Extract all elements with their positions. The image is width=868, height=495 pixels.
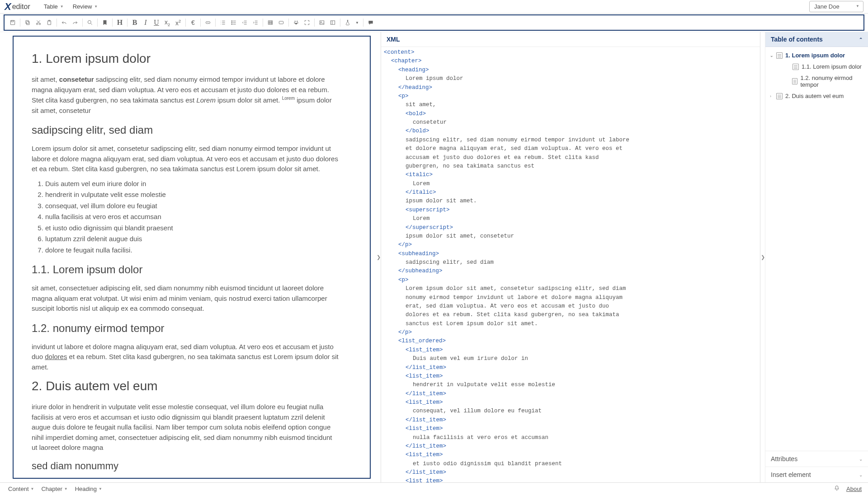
subheading[interactable]: sed diam nonummy — [32, 458, 339, 473]
subheading[interactable]: sadipscing elitr, sed diam — [32, 122, 339, 138]
superscript-button[interactable]: x2 — [173, 17, 184, 28]
about-link[interactable]: About — [846, 486, 862, 492]
outdent-button[interactable] — [239, 17, 250, 28]
list-item[interactable]: hendrerit in vulputate velit esse molest… — [45, 190, 339, 200]
xml-pane: XML <content><chapter><heading>Lorem ips… — [381, 32, 760, 482]
separator — [97, 19, 98, 27]
list-item[interactable]: Duis autem vel eum iriure dolor in — [45, 179, 339, 189]
toolbar-wrap: H B I U x2 x2 € ▼ — [0, 14, 868, 32]
paragraph[interactable]: sit amet, consectetuer adipiscing elit, … — [32, 283, 339, 314]
ordered-list[interactable]: Duis autem vel eum iriure dolor inhendre… — [45, 179, 339, 256]
app-logo: X editor — [5, 1, 30, 13]
editor-content[interactable]: 1. Lorem ipsum dolor sit amet, consetetu… — [32, 49, 339, 473]
menu-table[interactable]: Table▼ — [39, 1, 68, 12]
breadcrumb-chapter[interactable]: Chapter▼ — [38, 484, 71, 494]
separator — [288, 19, 289, 27]
toc-item[interactable]: 1.1. Lorem ipsum dolor — [765, 61, 868, 72]
separator — [20, 19, 20, 27]
toc-item[interactable]: ⌄1. Lorem ipsum dolor — [765, 50, 868, 61]
separator — [185, 19, 186, 27]
search-button[interactable] — [85, 17, 95, 28]
insert-panel-toggle[interactable]: Insert element ⌄ — [765, 467, 868, 482]
toc-item[interactable]: 1.2. nonumy eirmod tempor — [765, 72, 868, 90]
paw-button[interactable] — [291, 17, 302, 28]
separator — [112, 19, 113, 27]
toc-header[interactable]: Table of contents ⌃ — [765, 32, 868, 47]
italic-button[interactable]: I — [140, 17, 151, 28]
list-item[interactable]: nulla facilisis at vero eros et accumsan — [45, 212, 339, 222]
table-button[interactable] — [265, 17, 276, 28]
right-pane: Table of contents ⌃ ⌄1. Lorem ipsum dolo… — [765, 32, 868, 482]
undo-button[interactable] — [59, 17, 70, 28]
user-name-label: Jane Doe — [814, 3, 840, 10]
heading-1-2[interactable]: 1.2. nonumy eirmod tempor — [32, 320, 339, 336]
chevron-right-icon: ❯ — [761, 254, 765, 260]
insert-label: Insert element — [771, 471, 811, 478]
list-item[interactable]: dolore te feugait nulla facilisi. — [45, 245, 339, 256]
chevron-down-icon: ▼ — [99, 487, 102, 491]
svg-point-14 — [295, 21, 296, 22]
ordered-list-button[interactable] — [217, 17, 228, 28]
sidebar-button[interactable] — [327, 17, 338, 28]
attributes-panel-toggle[interactable]: Attributes ⌄ — [765, 451, 868, 467]
copy-button[interactable] — [22, 17, 33, 28]
paragraph[interactable]: Lorem ipsum dolor sit amet, consetetur s… — [32, 144, 339, 174]
heading-1[interactable]: 1. Lorem ipsum dolor — [32, 49, 339, 68]
toc-item[interactable]: ›2. Duis autem vel eum — [765, 90, 868, 102]
xml-panel-title: XML — [381, 32, 760, 47]
page-icon — [792, 78, 798, 84]
bold-button[interactable]: B — [129, 17, 140, 28]
breadcrumb-heading[interactable]: Heading▼ — [71, 484, 106, 494]
svg-rect-2 — [27, 22, 29, 25]
chevron-right-icon[interactable]: › — [770, 94, 776, 98]
page-icon — [776, 93, 783, 99]
paste-button[interactable] — [44, 17, 55, 28]
logo-mark: X — [5, 1, 11, 13]
bold-text: consetetur — [59, 75, 94, 83]
container-button[interactable] — [276, 17, 287, 28]
svg-rect-13 — [279, 21, 283, 24]
heading-1-1[interactable]: 1.1. Lorem ipsum dolor — [32, 262, 339, 278]
bookmark-button[interactable] — [99, 17, 110, 28]
separator — [340, 19, 340, 27]
image-button[interactable] — [316, 17, 327, 28]
currency-button[interactable]: € — [188, 17, 198, 28]
splitter-right[interactable]: ❯ — [760, 32, 765, 482]
list-item[interactable]: luptatum zzril delenit augue duis — [45, 234, 339, 244]
heading-button[interactable]: H — [114, 17, 125, 28]
underline-button[interactable]: U — [151, 17, 162, 28]
expand-button[interactable] — [302, 17, 312, 28]
svg-rect-21 — [330, 21, 335, 24]
svg-rect-3 — [26, 20, 28, 23]
toc-body: ⌄1. Lorem ipsum dolor1.1. Lorem ipsum do… — [765, 47, 868, 451]
link-button[interactable] — [203, 17, 213, 28]
svg-rect-12 — [268, 21, 272, 24]
notifications-icon[interactable] — [834, 485, 840, 493]
indent-button[interactable] — [250, 17, 261, 28]
flask-caret[interactable]: ▼ — [353, 17, 361, 28]
menu-bar: X editor Table▼ Review▼ Jane Doe — [0, 0, 868, 14]
chevron-down-icon[interactable]: ⌄ — [770, 53, 776, 58]
paragraph[interactable]: invidunt ut labore et dolore magna aliqu… — [32, 342, 339, 373]
menu-review[interactable]: Review▼ — [68, 1, 103, 12]
breadcrumb-content[interactable]: Content▼ — [5, 484, 38, 494]
editor-scroll[interactable]: 1. Lorem ipsum dolor sit amet, consetetu… — [13, 36, 371, 479]
list-item[interactable]: consequat, vel illum dolore eu feugiat — [45, 201, 339, 211]
chevron-down-icon: ▼ — [31, 487, 34, 491]
paragraph[interactable]: sit amet, consetetur sadipscing elitr, s… — [32, 75, 339, 116]
xml-source[interactable]: <content><chapter><heading>Lorem ipsum d… — [381, 47, 760, 482]
comment-button[interactable] — [365, 17, 376, 28]
redo-button[interactable] — [70, 17, 80, 28]
save-button[interactable] — [7, 17, 18, 28]
user-dropdown[interactable]: Jane Doe — [809, 1, 863, 12]
splitter-left[interactable]: ❯ — [376, 32, 381, 482]
main-area: 1. Lorem ipsum dolor sit amet, consetetu… — [0, 32, 868, 482]
cut-button[interactable] — [33, 17, 44, 28]
subscript-button[interactable]: x2 — [162, 17, 173, 28]
flask-button[interactable] — [342, 17, 353, 28]
list-item[interactable]: et iusto odio dignissim qui blandit prae… — [45, 223, 339, 233]
svg-rect-19 — [320, 21, 324, 24]
heading-2[interactable]: 2. Duis autem vel eum — [32, 377, 339, 396]
unordered-list-button[interactable] — [228, 17, 239, 28]
paragraph[interactable]: iriure dolor in hendrerit in vulputate v… — [32, 402, 339, 453]
